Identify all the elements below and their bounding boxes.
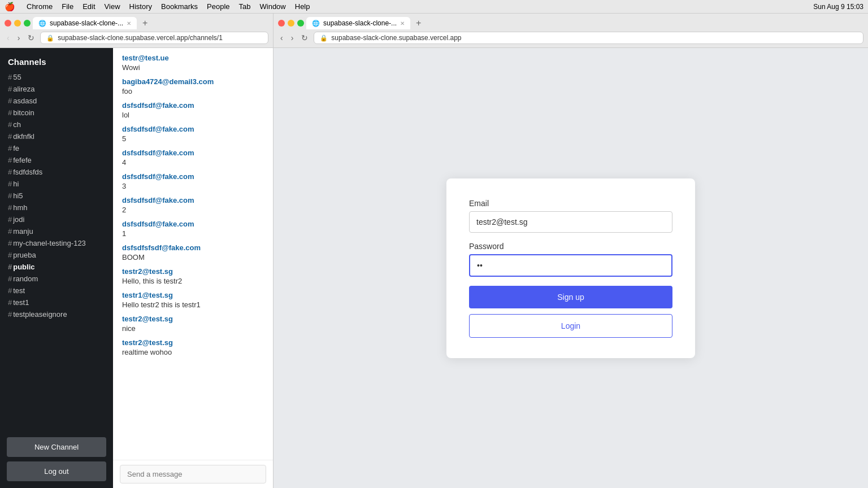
message-group: testr2@test.sgrealtime wohoo [122, 338, 264, 356]
message-group: dsfsdfsdf@fake.com2 [122, 196, 264, 214]
sidebar-channel-fefefe[interactable]: #fefefe [0, 154, 113, 166]
message-group: testr1@test.sgHello testr2 this is testr… [122, 291, 264, 309]
email-input[interactable] [469, 211, 672, 233]
menubar-edit[interactable]: Edit [83, 2, 95, 11]
message-text: BOOM [122, 253, 264, 262]
tab-close-right[interactable]: ✕ [400, 20, 405, 27]
message-sender: dsfsdfsdf@fake.com [122, 149, 264, 157]
new-channel-button[interactable]: New Channel [7, 437, 106, 457]
browser-tab-active-right[interactable]: 🌐 supabase-slack-clone-... ✕ [306, 17, 410, 29]
browser-chrome-right: 🌐 supabase-slack-clone-... ✕ + ‹ › ↻ 🔒 s… [274, 14, 868, 48]
message-sender: testr2@test.sg [122, 267, 264, 276]
message-input-area [113, 460, 273, 488]
message-text: Hello, this is testr2 [122, 277, 264, 285]
menubar-chrome[interactable]: Chrome [27, 2, 53, 11]
message-input[interactable] [120, 465, 266, 483]
password-label: Password [469, 242, 672, 251]
message-group: dsfsdfsdf@fake.com3 [122, 172, 264, 190]
menubar-view[interactable]: View [105, 2, 120, 11]
back-btn-left[interactable]: ‹ [5, 32, 12, 43]
tab-label-right: supabase-slack-clone-... [323, 19, 397, 27]
sidebar-channel-fsdfdsfds[interactable]: #fsdfdsfds [0, 166, 113, 178]
message-text: 1 [122, 229, 264, 238]
message-group: dsfsdfsdf@fake.com4 [122, 149, 264, 167]
address-bar-left[interactable]: 🔒 supabase-slack-clone.supabase.vercel.a… [40, 32, 268, 44]
message-sender: dsfsdfsdf@fake.com [122, 220, 264, 228]
sidebar-channel-alireza[interactable]: #alireza [0, 83, 113, 95]
traffic-light-minimize[interactable] [14, 20, 21, 27]
sidebar-channel-random[interactable]: #random [0, 273, 113, 285]
channels-list: #55#alireza#asdasd#bitcoin#ch#dkfnfkl#fe… [0, 71, 113, 320]
traffic-light-fullscreen-right[interactable] [297, 20, 304, 27]
menubar-bookmarks[interactable]: Bookmarks [161, 2, 198, 11]
menubar-window[interactable]: Window [260, 2, 286, 11]
traffic-light-close[interactable] [5, 20, 11, 27]
login-button[interactable]: Login [469, 314, 672, 338]
sidebar-channel-55[interactable]: #55 [0, 71, 113, 83]
refresh-btn-left[interactable]: ↻ [25, 32, 37, 43]
browser-controls-right: ‹ › ↻ 🔒 supabase-slack-clone.supabase.ve… [278, 32, 863, 44]
address-text-right: supabase-slack-clone.supabase.vercel.app [331, 34, 461, 42]
message-group: testr2@test.sgnice [122, 315, 264, 333]
browser-right: 🌐 supabase-slack-clone-... ✕ + ‹ › ↻ 🔒 s… [274, 14, 868, 488]
sidebar-channel-manju[interactable]: #manju [0, 225, 113, 237]
sidebar-channel-asdasd[interactable]: #asdasd [0, 95, 113, 107]
address-bar-right[interactable]: 🔒 supabase-slack-clone.supabase.vercel.a… [314, 32, 863, 44]
app-layout: Channels #55#alireza#asdasd#bitcoin#ch#d… [0, 48, 273, 488]
browser-chrome-left: 🌐 supabase-slack-clone-... ✕ + ‹ › ↻ 🔒 s… [0, 14, 273, 48]
apple-menu[interactable]: 🍎 [5, 2, 15, 12]
browser-tab-active-left[interactable]: 🌐 supabase-slack-clone-... ✕ [33, 17, 137, 29]
message-group: testr@test.ueWowi [122, 54, 264, 72]
message-group: bagiba4724@demail3.comfoo [122, 77, 264, 95]
menubar-tab[interactable]: Tab [239, 2, 251, 11]
message-sender: dsfsdfsdf@fake.com [122, 196, 264, 204]
message-group: dsfsdfsdf@fake.com1 [122, 220, 264, 238]
sidebar-channel-test[interactable]: #test [0, 285, 113, 297]
sidebar-channel-hi5[interactable]: #hi5 [0, 190, 113, 202]
sidebar-channel-public[interactable]: #public [0, 261, 113, 273]
tab-close-left[interactable]: ✕ [127, 20, 131, 27]
forward-btn-left[interactable]: › [15, 32, 23, 43]
password-input[interactable] [469, 254, 672, 277]
menubar-people[interactable]: People [207, 2, 229, 11]
menubar-file[interactable]: File [62, 2, 73, 11]
message-group: testr2@test.sgHello, this is testr2 [122, 267, 264, 285]
tab-favicon-left: 🌐 [38, 20, 46, 27]
message-text: nice [122, 324, 264, 333]
back-btn-right[interactable]: ‹ [278, 32, 285, 43]
forward-btn-right[interactable]: › [289, 32, 296, 43]
sidebar-channel-my-chanel-testing-123[interactable]: #my-chanel-testing-123 [0, 237, 113, 249]
sidebar-channel-prueba[interactable]: #prueba [0, 249, 113, 261]
message-sender: dsfsdfsdf@fake.com [122, 125, 264, 133]
traffic-lights-left [5, 20, 31, 27]
sidebar-channel-jodi[interactable]: #jodi [0, 213, 113, 225]
tab-new-right[interactable]: + [413, 17, 424, 29]
sidebar-channel-fe[interactable]: #fe [0, 142, 113, 154]
logout-button[interactable]: Log out [7, 461, 106, 481]
sidebar-channel-bitcoin[interactable]: #bitcoin [0, 107, 113, 119]
refresh-btn-right[interactable]: ↻ [299, 32, 310, 43]
menubar-history[interactable]: History [129, 2, 152, 11]
right-content: Email Password Sign up Login [274, 48, 868, 488]
message-group: dsfsdfsfsdf@fake.comBOOM [122, 243, 264, 262]
message-text: lol [122, 111, 264, 119]
sidebar-channel-dkfnfkl[interactable]: #dkfnfkl [0, 130, 113, 142]
message-text: foo [122, 87, 264, 95]
message-sender: dsfsdfsfsdf@fake.com [122, 243, 264, 252]
traffic-light-fullscreen[interactable] [24, 20, 31, 27]
message-sender: testr2@test.sg [122, 315, 264, 323]
sidebar-channel-hmh[interactable]: #hmh [0, 202, 113, 213]
menubar-help[interactable]: Help [295, 2, 310, 11]
traffic-light-close-right[interactable] [278, 20, 285, 27]
sidebar-channel-hi[interactable]: #hi [0, 178, 113, 190]
traffic-light-minimize-right[interactable] [288, 20, 294, 27]
sidebar-channel-test1[interactable]: #test1 [0, 297, 113, 308]
signup-button[interactable]: Sign up [469, 286, 672, 308]
address-text-left: supabase-slack-clone.supabase.vercel.app… [58, 34, 223, 42]
tabs-row-left: 🌐 supabase-slack-clone-... ✕ + [5, 17, 268, 29]
sidebar-channel-testpleaseignore[interactable]: #testpleaseignore [0, 308, 113, 320]
tab-favicon-right: 🌐 [312, 20, 320, 27]
message-sender: testr@test.ue [122, 54, 264, 62]
sidebar-channel-ch[interactable]: #ch [0, 119, 113, 130]
tab-new-left[interactable]: + [139, 17, 151, 29]
